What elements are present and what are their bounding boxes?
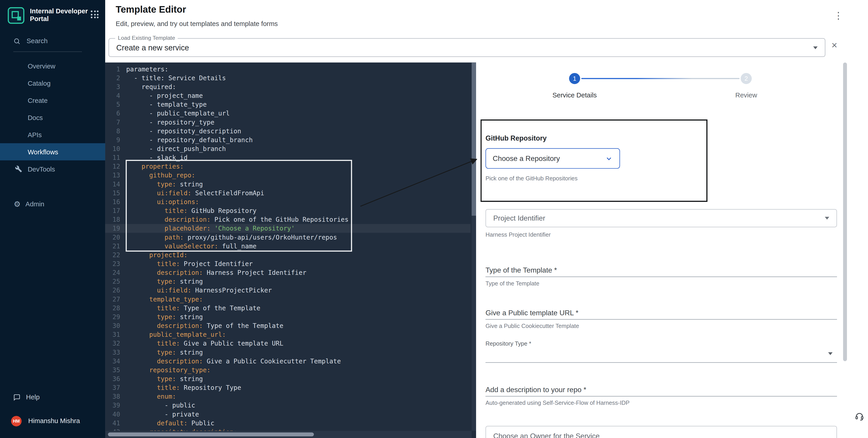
line-number: 1 xyxy=(105,65,120,73)
code-line[interactable]: 35 repository_type: xyxy=(105,366,470,374)
code-line[interactable]: 28 title: Type of the Template xyxy=(105,304,470,312)
github-repository-helper: Pick one of the GitHub Repositories xyxy=(486,175,578,181)
code-line[interactable]: 19 placeholder: 'Choose a Repository' xyxy=(105,224,470,233)
code-line[interactable]: 5 - template_type xyxy=(105,100,470,109)
code-line[interactable]: 2 - title: Service Details xyxy=(105,73,470,82)
code-line[interactable]: 13 github_repo: xyxy=(105,171,470,180)
code-line[interactable]: 30 description: Type of the Template xyxy=(105,322,470,330)
user-profile[interactable]: HM Himanshu Mishra xyxy=(0,411,105,430)
sidebar-item-docs[interactable]: Docs xyxy=(0,109,105,126)
code-line[interactable]: 16 ui:options: xyxy=(105,198,470,206)
line-number: 29 xyxy=(105,312,120,322)
editor-horizontal-scrollbar-thumb[interactable] xyxy=(108,433,314,436)
project-identifier-select[interactable]: Project Identifier xyxy=(486,209,837,227)
sidebar-item-label: Overview xyxy=(28,62,55,70)
sidebar-item-admin[interactable]: ⚙ Admin xyxy=(0,195,105,212)
chevron-down-icon[interactable] xyxy=(828,352,833,355)
service-owner-select[interactable]: Choose an Owner for the Service xyxy=(486,426,837,438)
code-text: title: Repository Type xyxy=(126,383,241,392)
code-line[interactable]: 9 - repository_default_branch xyxy=(105,136,470,144)
code-text: ui:field: HarnessProjectPicker xyxy=(126,286,272,295)
code-line[interactable]: 33 type: string xyxy=(105,348,470,357)
stepper-step-1[interactable]: 1 Service Details xyxy=(530,73,619,99)
code-lines: 1parameters:2 - title: Service Details3 … xyxy=(105,65,470,436)
code-line[interactable]: 14 type: string xyxy=(105,180,470,189)
sidebar-item-label: APIs xyxy=(28,131,41,139)
code-line[interactable]: 29 type: string xyxy=(105,312,470,322)
public-template-url-field[interactable]: Give a Public template URL * xyxy=(486,308,579,317)
brand-title-line1: Internal Developer xyxy=(30,7,88,15)
code-line[interactable]: 15 ui:field: SelectFieldFromApi xyxy=(105,189,470,197)
repo-description-helper: Auto-generated using Self-Service-Flow o… xyxy=(486,399,630,406)
step-2-circle: 2 xyxy=(741,73,752,84)
sidebar-item-catalog[interactable]: Catalog xyxy=(0,75,105,92)
code-line[interactable]: 34 description: Give a Public Cookiecutt… xyxy=(105,357,470,366)
load-template-value: Create a new service xyxy=(116,43,189,52)
template-type-underline xyxy=(486,277,837,277)
editor-vertical-scrollbar-thumb[interactable] xyxy=(471,63,476,216)
code-line[interactable]: 11 - slack_id xyxy=(105,153,470,162)
form-scrollbar[interactable] xyxy=(843,63,847,361)
editor-vertical-scrollbar[interactable] xyxy=(471,63,476,431)
code-line[interactable]: 18 description: Pick one of the GitHub R… xyxy=(105,215,470,224)
clear-template-icon[interactable]: × xyxy=(831,40,837,50)
chat-icon xyxy=(13,394,21,401)
code-line[interactable]: 20 path: proxy/github-api/users/OrkoHunt… xyxy=(105,233,470,242)
code-line[interactable]: 24 description: Harness Project Identifi… xyxy=(105,268,470,277)
code-line[interactable]: 8 - repositoty_description xyxy=(105,127,470,135)
apps-grid-icon[interactable] xyxy=(91,10,98,18)
template-type-field[interactable]: Type of the Template * xyxy=(486,266,557,274)
sidebar-item-devtools[interactable]: DevTools xyxy=(0,161,105,178)
code-line[interactable]: 37 title: Repository Type xyxy=(105,383,470,392)
help-button[interactable]: Help xyxy=(0,390,105,405)
code-line[interactable]: 36 type: string xyxy=(105,374,470,383)
sidebar-item-create[interactable]: Create xyxy=(0,92,105,109)
code-line[interactable]: 10 - direct_push_branch xyxy=(105,144,470,153)
code-line[interactable]: 32 title: Give a Public template URL xyxy=(105,339,470,348)
code-line[interactable]: 25 type: string xyxy=(105,277,470,286)
code-line[interactable]: 21 valueSelector: full_name xyxy=(105,242,470,250)
sidebar-nav: OverviewCatalogCreateDocsAPIsWorkflowsDe… xyxy=(0,58,105,177)
code-line[interactable]: 1parameters: xyxy=(105,65,470,73)
code-text: - repository_default_branch xyxy=(126,136,253,144)
support-headset-icon[interactable] xyxy=(855,411,864,423)
code-line[interactable]: 23 title: Project Identifier xyxy=(105,260,470,268)
line-number: 40 xyxy=(105,410,120,418)
public-template-url-helper: Give a Public Cookiecutter Template xyxy=(486,323,579,329)
code-line[interactable]: 26 ui:field: HarnessProjectPicker xyxy=(105,286,470,295)
line-number: 7 xyxy=(105,118,120,127)
code-line[interactable]: 4 - project_name xyxy=(105,91,470,100)
stepper-step-2[interactable]: 2 Review xyxy=(702,73,790,99)
code-line[interactable]: 3 required: xyxy=(105,82,470,91)
sidebar: Internal Developer Portal Search Overvie… xyxy=(0,0,105,438)
code-line[interactable]: 27 template_type: xyxy=(105,295,470,304)
code-line[interactable]: 12 properties: xyxy=(105,162,470,171)
repo-description-field[interactable]: Add a description to your repo * xyxy=(486,385,586,394)
user-name: Himanshu Mishra xyxy=(28,417,80,425)
sidebar-item-workflows[interactable]: Workflows xyxy=(0,143,105,161)
code-line[interactable]: 40 - private xyxy=(105,410,470,418)
code-line[interactable]: 38 enum: xyxy=(105,392,470,401)
code-text: - project_name xyxy=(126,91,203,100)
code-text: title: GitHub Repository xyxy=(126,206,256,215)
editor-horizontal-scrollbar[interactable] xyxy=(105,431,471,438)
code-line[interactable]: 22 projectId: xyxy=(105,250,470,259)
load-template-select[interactable]: Load Existing Template Create a new serv… xyxy=(108,38,826,57)
yaml-editor[interactable]: 1parameters:2 - title: Service Details3 … xyxy=(105,63,476,438)
code-line[interactable]: 39 - public xyxy=(105,401,470,410)
github-repository-select[interactable]: Choose a Repository xyxy=(486,148,620,169)
code-line[interactable]: 41 default: Public xyxy=(105,418,470,427)
code-line[interactable]: 6 - public_template_url xyxy=(105,109,470,118)
repository-type-underline[interactable] xyxy=(486,362,837,363)
sidebar-item-overview[interactable]: Overview xyxy=(0,58,105,75)
code-text: - public xyxy=(126,401,195,410)
sidebar-item-apis[interactable]: APIs xyxy=(0,126,105,143)
sidebar-search[interactable]: Search xyxy=(13,37,82,52)
code-line[interactable]: 7 - repository_type xyxy=(105,118,470,127)
code-text: - public_template_url xyxy=(126,109,230,118)
search-label: Search xyxy=(27,37,48,45)
kebab-menu-icon[interactable]: ⋮ xyxy=(834,11,843,21)
code-line[interactable]: 17 title: GitHub Repository xyxy=(105,206,470,215)
github-repository-value: Choose a Repository xyxy=(493,155,560,163)
code-line[interactable]: 31 public_template_url: xyxy=(105,330,470,339)
